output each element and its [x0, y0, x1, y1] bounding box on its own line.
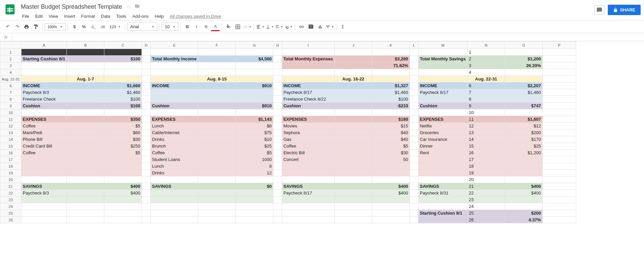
cell-F9[interactable]: [198, 103, 235, 109]
cell-E20[interactable]: [151, 176, 198, 183]
cell-J1[interactable]: [334, 49, 372, 56]
row-header-6[interactable]: 6: [0, 82, 21, 89]
cell-M26[interactable]: [418, 217, 467, 223]
cell-C21[interactable]: $400: [104, 183, 142, 190]
cell-K23[interactable]: [372, 197, 410, 203]
cell-N22[interactable]: 22: [467, 190, 505, 197]
col-header-C[interactable]: C: [104, 42, 142, 49]
cell-L21[interactable]: [410, 183, 418, 190]
cell-P24[interactable]: [542, 203, 576, 210]
cell-F18[interactable]: [198, 163, 235, 170]
cell-N6[interactable]: 6: [467, 82, 505, 89]
cell-E19[interactable]: Drinks: [151, 170, 198, 176]
cell-B8[interactable]: [67, 96, 104, 103]
cell-E24[interactable]: [151, 203, 198, 210]
cell-F16[interactable]: [198, 150, 235, 156]
cell-O4[interactable]: [505, 69, 542, 76]
cell-G3[interactable]: [235, 62, 273, 69]
cell-I7[interactable]: Paycheck 8/17: [282, 89, 334, 96]
cell-J26[interactable]: [334, 217, 372, 223]
cell-J22[interactable]: [334, 190, 372, 197]
cell-O18[interactable]: [505, 163, 542, 170]
cell-H8[interactable]: [273, 96, 282, 103]
col-header-O[interactable]: O: [505, 42, 542, 49]
cell-A3[interactable]: [21, 62, 66, 69]
cell-I13[interactable]: Sephora: [282, 129, 334, 136]
cell-K25[interactable]: [372, 210, 410, 217]
cell-M19[interactable]: [418, 170, 467, 176]
cell-C13[interactable]: $60: [104, 129, 142, 136]
cell-B11[interactable]: [67, 116, 104, 123]
cell-P3[interactable]: [542, 62, 576, 69]
print-button[interactable]: [22, 22, 31, 31]
cell-A23[interactable]: [21, 197, 66, 203]
row-header-23[interactable]: 23: [0, 197, 21, 203]
row-header-2[interactable]: 2: [0, 56, 21, 62]
cell-E21[interactable]: SAVINGS: [151, 183, 198, 190]
cell-I4[interactable]: [282, 69, 334, 76]
cell-P2[interactable]: [542, 56, 576, 62]
cell-D15[interactable]: [142, 143, 151, 150]
cell-P14[interactable]: [542, 136, 576, 143]
cell-M8[interactable]: [418, 96, 467, 103]
row-header-26[interactable]: 26: [0, 217, 21, 223]
cell-A18[interactable]: [21, 163, 66, 170]
cell-D13[interactable]: [142, 129, 151, 136]
cell-B16[interactable]: [67, 150, 104, 156]
cell-B18[interactable]: [67, 163, 104, 170]
cell-F8[interactable]: [198, 96, 235, 103]
cell-N13[interactable]: 13: [467, 129, 505, 136]
cell-N25[interactable]: 25: [467, 210, 505, 217]
cell-L25[interactable]: [410, 210, 418, 217]
cell-E11[interactable]: EXPENSES: [151, 116, 198, 123]
cell-N3[interactable]: 3: [467, 62, 505, 69]
cell-L26[interactable]: [410, 217, 418, 223]
cell-M6[interactable]: INCOME: [418, 82, 467, 89]
cell-H2[interactable]: [273, 56, 282, 62]
cell-D7[interactable]: [142, 89, 151, 96]
cell-K8[interactable]: $100: [372, 96, 410, 103]
cell-K2[interactable]: $3,280: [372, 56, 410, 62]
cell-P4[interactable]: [542, 69, 576, 76]
cell-E8[interactable]: [151, 96, 198, 103]
cell-D6[interactable]: [142, 82, 151, 89]
cell-C15[interactable]: $250: [104, 143, 142, 150]
cell-F26[interactable]: [198, 217, 235, 223]
strikethrough-button[interactable]: S: [202, 22, 210, 31]
cell-H9[interactable]: [273, 103, 282, 109]
cell-E1[interactable]: [151, 49, 198, 56]
sheets-logo[interactable]: [3, 3, 17, 16]
cell-O15[interactable]: $25: [505, 143, 542, 150]
cell-FAug. 22-31[interactable]: Aug. 8-15: [198, 76, 235, 82]
cell-F2[interactable]: [198, 56, 235, 62]
cell-G9[interactable]: $910: [235, 103, 273, 109]
cell-K13[interactable]: $40: [372, 129, 410, 136]
cell-N4[interactable]: 4: [467, 69, 505, 76]
cell-J25[interactable]: [334, 210, 372, 217]
cell-C6[interactable]: $1,660: [104, 82, 142, 89]
cell-C20[interactable]: [104, 176, 142, 183]
cell-F17[interactable]: [198, 156, 235, 163]
cell-K20[interactable]: [372, 176, 410, 183]
fill-color-button[interactable]: [224, 22, 233, 31]
currency-button[interactable]: $: [70, 22, 79, 31]
cell-G1[interactable]: [235, 49, 273, 56]
cell-L17[interactable]: [410, 156, 418, 163]
cell-G12[interactable]: $8: [235, 123, 273, 129]
cell-E23[interactable]: [151, 197, 198, 203]
cell-I21[interactable]: SAVINGS: [282, 183, 334, 190]
menu-addons[interactable]: Add-ons: [130, 12, 151, 20]
cell-G23[interactable]: [235, 197, 273, 203]
cell-M10[interactable]: [418, 109, 467, 116]
cell-A12[interactable]: Coffee: [21, 123, 66, 129]
col-header-H[interactable]: H: [273, 42, 282, 49]
cell-I24[interactable]: [282, 203, 334, 210]
cell-DAug. 22-31[interactable]: [142, 76, 151, 82]
row-header-10[interactable]: 10: [0, 109, 21, 116]
cell-C11[interactable]: $350: [104, 116, 142, 123]
cell-O25[interactable]: $200: [505, 210, 542, 217]
cell-D18[interactable]: [142, 163, 151, 170]
cell-I23[interactable]: [282, 197, 334, 203]
cell-G13[interactable]: $75: [235, 129, 273, 136]
cell-P20[interactable]: [542, 176, 576, 183]
